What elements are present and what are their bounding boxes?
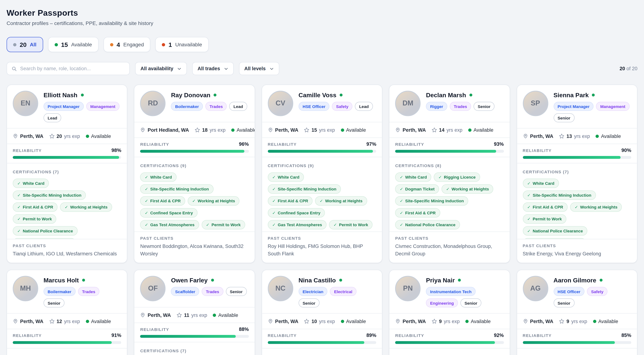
experience: 9 yrs exp bbox=[432, 318, 460, 324]
dept-tag: Trades bbox=[205, 102, 227, 111]
cert-pill: ✓White Card bbox=[395, 172, 431, 182]
location-text: Perth, WA bbox=[402, 127, 426, 133]
status-dot-engaged bbox=[110, 43, 113, 46]
location: Perth, WA bbox=[522, 318, 553, 324]
trades-select[interactable]: All trades bbox=[192, 62, 234, 75]
availability-select[interactable]: All availability bbox=[135, 62, 187, 75]
avatar: EN bbox=[13, 91, 38, 116]
reliability-percent: 88% bbox=[239, 326, 249, 332]
filter-label: All bbox=[30, 41, 36, 47]
worker-card[interactable]: MH Marcus Holt BoilermakerTradesSenior P… bbox=[6, 270, 128, 355]
worker-card[interactable]: CV Camille Voss HSE OfficerSafetyLead Pe… bbox=[262, 85, 382, 263]
avatar: CV bbox=[268, 91, 293, 116]
filter-chip-unavailable[interactable]: 1 Unavailable bbox=[155, 37, 209, 52]
select-value: All availability bbox=[140, 66, 174, 71]
reliability-track bbox=[140, 335, 249, 338]
location: Perth, WA bbox=[13, 133, 44, 139]
check-icon: ✓ bbox=[17, 229, 21, 233]
certifications-label: CERTIFICATIONS (7) bbox=[13, 169, 59, 174]
online-status-dot bbox=[458, 279, 461, 282]
search-input[interactable] bbox=[20, 66, 125, 71]
worker-card[interactable]: EN Elliott Nash Project ManagerManagemen… bbox=[6, 85, 128, 263]
location-text: Perth, WA bbox=[402, 318, 426, 324]
reliability-percent: 98% bbox=[112, 147, 122, 153]
worker-card[interactable]: DM Declan Marsh RiggerTradesSenior Perth… bbox=[389, 85, 510, 263]
star-icon bbox=[304, 319, 310, 324]
experience: 20 yrs exp bbox=[49, 133, 80, 139]
experience: 12 yrs exp bbox=[49, 318, 80, 324]
availability-dot bbox=[593, 320, 596, 323]
levels-select[interactable]: All levels bbox=[239, 62, 279, 75]
worker-card[interactable]: AG Aaron Gilmore HSE OfficerSafetySenior… bbox=[516, 270, 638, 355]
check-icon: ✓ bbox=[17, 193, 21, 198]
cert-pill: ✓Working at Heights bbox=[60, 202, 112, 212]
tag-list: BoilermakerTradesSenior bbox=[44, 287, 121, 308]
location-pin-icon bbox=[395, 127, 400, 133]
reliability-fill bbox=[268, 150, 373, 153]
years-label: yrs exp bbox=[64, 318, 80, 324]
past-clients-section: PAST CLIENTS Strike Energy, Viva Energy … bbox=[517, 239, 637, 263]
reliability-section: RELIABILITY 92% bbox=[389, 329, 510, 348]
status-dot-unavailable bbox=[162, 43, 165, 46]
cert-count: 7 bbox=[182, 349, 185, 353]
years-value: 18 bbox=[202, 127, 208, 133]
reliability-section: RELIABILITY 98% bbox=[7, 144, 127, 163]
tag-list: Project ManagerManagementSenior bbox=[554, 102, 631, 122]
reliability-percent: 96% bbox=[239, 141, 249, 147]
experience: 14 yrs exp bbox=[432, 127, 462, 133]
meta-row: Perth, WA 9 yrs exp Available bbox=[517, 313, 637, 329]
cert-count: 7 bbox=[564, 169, 567, 174]
worker-card[interactable]: NC Nina Castillo ElectricianElectricalSe… bbox=[262, 270, 382, 355]
worker-card[interactable]: SP Sienna Park Project ManagerManagement… bbox=[516, 85, 638, 263]
filter-chip-available[interactable]: 15 Available bbox=[48, 37, 98, 52]
location-text: Perth, WA bbox=[530, 318, 554, 324]
online-status-dot bbox=[81, 94, 84, 96]
worker-name: Marcus Holt bbox=[44, 277, 79, 284]
worker-card[interactable]: PN Priya Nair Instrumentation TechEngine… bbox=[389, 270, 510, 355]
location-pin-icon bbox=[140, 127, 146, 133]
online-status-dot bbox=[469, 94, 472, 96]
level-tag: Lead bbox=[355, 102, 373, 111]
filter-chip-engaged[interactable]: 4 Engaged bbox=[104, 37, 150, 52]
results-of-label: of bbox=[626, 66, 631, 71]
worker-card[interactable]: RD Ray Donovan BoilermakerTradesLead Por… bbox=[134, 85, 255, 263]
reliability-label: RELIABILITY bbox=[268, 142, 297, 146]
role-tag: Rigger bbox=[426, 102, 447, 111]
reliability-label: RELIABILITY bbox=[13, 333, 42, 338]
avatar-initials: AG bbox=[530, 284, 540, 293]
location-text: Perth, WA bbox=[20, 318, 44, 324]
reliability-fill bbox=[395, 150, 496, 153]
online-status-dot bbox=[82, 279, 85, 282]
location: Perth, WA bbox=[13, 318, 44, 324]
reliability-label: RELIABILITY bbox=[13, 148, 42, 152]
role-tag: Project Manager bbox=[44, 102, 84, 111]
avatar: PN bbox=[395, 276, 421, 301]
cert-pill: ✓Permit to Work bbox=[202, 220, 245, 230]
cert-pill: ✓National Police Clearance bbox=[522, 226, 588, 236]
avatar: NC bbox=[268, 276, 293, 301]
star-icon bbox=[559, 319, 564, 324]
check-icon: ✓ bbox=[400, 223, 403, 227]
cert-pill: ✓Confined Space Entry bbox=[140, 208, 197, 218]
worker-card[interactable]: OF Owen Farley ScaffolderTradesSenior Pe… bbox=[134, 270, 255, 355]
cert-pill: ✓Site-Specific Mining Induction bbox=[268, 184, 341, 194]
experience: 15 yrs exp bbox=[304, 127, 335, 133]
past-clients-section: PAST CLIENTS Newmont Boddington, Alcoa K… bbox=[134, 232, 255, 263]
cert-pill: ✓Site-Specific Mining Induction bbox=[13, 190, 86, 200]
status-filter-bar: 20 All 15 Available 4 Engaged 1 Unavaila… bbox=[6, 37, 638, 52]
cert-pill: ✓National Police Clearance bbox=[395, 220, 460, 230]
star-icon bbox=[195, 127, 200, 133]
level-tag: Senior bbox=[44, 299, 64, 308]
filter-count: 20 bbox=[20, 41, 27, 48]
availability-text: Available bbox=[218, 312, 238, 318]
filter-count: 1 bbox=[168, 41, 172, 48]
cert-pill: ✓Gas Test Atmospheres bbox=[268, 220, 326, 230]
availability-dot bbox=[468, 128, 472, 131]
certifications-section: CERTIFICATIONS (7) ✓White Card✓Site-Spec… bbox=[7, 163, 127, 239]
years-label: yrs exp bbox=[319, 127, 335, 133]
filter-chip-all[interactable]: 20 All bbox=[6, 37, 43, 52]
reliability-percent: 90% bbox=[621, 147, 631, 153]
meta-row: Perth, WA 11 yrs exp Available bbox=[134, 307, 255, 323]
years-value: 11 bbox=[184, 312, 189, 318]
cert-pill: ✓Gas Test Atmospheres bbox=[140, 220, 199, 230]
